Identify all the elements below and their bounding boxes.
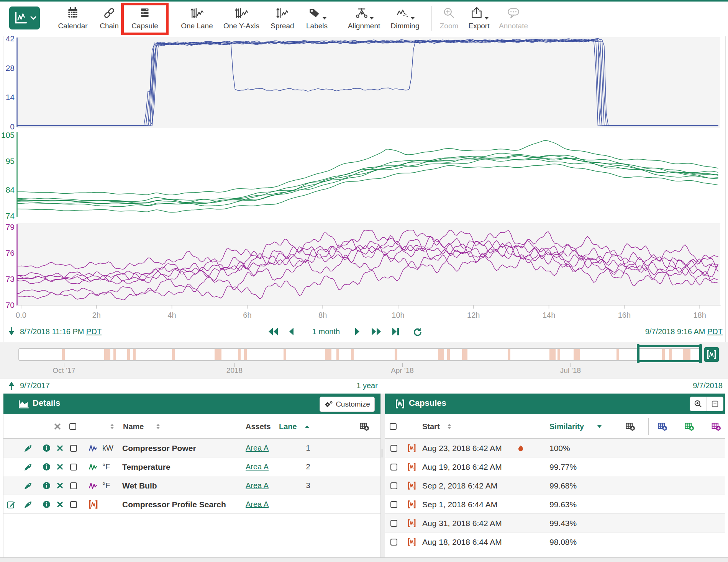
- add-column-button[interactable]: [626, 414, 635, 439]
- step-back-fast-button[interactable]: [267, 327, 279, 338]
- capsule-row[interactable]: Sep 1, 2018 6:44 AM 99.63%: [385, 495, 725, 514]
- svg-text:14h: 14h: [543, 311, 555, 319]
- step-forward-button[interactable]: [354, 327, 361, 338]
- toolbar-one-lane[interactable]: One Lane: [177, 5, 217, 34]
- asset-link[interactable]: Area A: [246, 444, 269, 453]
- table-row[interactable]: °F Wet Bulb Area A 3: [3, 476, 380, 495]
- column-assets[interactable]: Assets: [246, 414, 271, 439]
- range-start-timezone-link[interactable]: PDT: [86, 327, 102, 336]
- step-back-button[interactable]: [288, 327, 294, 338]
- table-row[interactable]: Compressor Profile Search Area A: [3, 495, 380, 514]
- capsule-row[interactable]: Aug 18, 2018 6:44 AM 98.08%: [385, 533, 725, 551]
- lane-compressor-power[interactable]: 4228140: [0, 36, 728, 131]
- capsule-row[interactable]: Aug 23, 2018 6:42 AM 100%: [385, 439, 725, 457]
- select-all-checkbox[interactable]: [390, 423, 397, 430]
- toolbar-calendar[interactable]: Calendar: [53, 5, 93, 34]
- row-checkbox[interactable]: [390, 520, 397, 527]
- investigate-duration: 1 year: [345, 381, 389, 390]
- remove-icon[interactable]: [57, 439, 63, 457]
- row-checkbox[interactable]: [390, 464, 397, 471]
- lane-temperature[interactable]: 105958474: [0, 131, 728, 221]
- rocket-icon[interactable]: [23, 476, 33, 495]
- column-name[interactable]: Name: [123, 414, 144, 439]
- step-forward-fast-button[interactable]: [371, 327, 382, 338]
- row-checkbox[interactable]: [70, 464, 77, 471]
- capsule-row[interactable]: Sep 2, 2018 6:42 AM 99.68%: [385, 476, 725, 495]
- selection-right-handle[interactable]: [699, 344, 702, 363]
- row-checkbox[interactable]: [390, 482, 397, 489]
- toolbar-one-y-axis[interactable]: One Y-Axis: [221, 5, 261, 34]
- capsule-row[interactable]: Aug 19, 2018 6:42 AM 99.77%: [385, 457, 725, 476]
- toolbar-chain[interactable]: Chain: [89, 5, 129, 34]
- asset-link[interactable]: Area A: [246, 500, 269, 509]
- rocket-icon[interactable]: [23, 457, 33, 476]
- remove-all-icon[interactable]: [54, 414, 61, 439]
- toolbar-alignment[interactable]: Alignment: [344, 5, 384, 34]
- capsule-occurrence-mark: [617, 349, 619, 360]
- row-checkbox[interactable]: [70, 482, 77, 489]
- timeline-selection[interactable]: [638, 345, 701, 362]
- info-icon[interactable]: [43, 495, 51, 514]
- row-checkbox[interactable]: [70, 501, 77, 508]
- asset-link[interactable]: Area A: [246, 462, 269, 471]
- row-checkbox[interactable]: [70, 445, 77, 452]
- range-end-timezone-link[interactable]: PDT: [707, 327, 723, 336]
- selection-left-handle[interactable]: [637, 344, 639, 363]
- info-icon[interactable]: [43, 476, 51, 495]
- row-checkbox[interactable]: [390, 501, 397, 508]
- column-start[interactable]: Start: [422, 414, 440, 439]
- sort-name-control[interactable]: [156, 414, 160, 439]
- column-similarity[interactable]: Similarity: [549, 414, 584, 439]
- column-lane[interactable]: Lane: [279, 414, 297, 439]
- remove-icon[interactable]: [57, 495, 63, 514]
- toolbar-annotate: Annotate: [494, 5, 533, 34]
- customize-label: Customize: [336, 400, 370, 408]
- toolbar-dimming[interactable]: Dimming: [385, 5, 425, 34]
- add-signal-column-purple-button[interactable]: [712, 414, 721, 439]
- trend-view-icon: [13, 10, 29, 26]
- zoom-to-capsule-button[interactable]: [690, 397, 707, 411]
- table-row[interactable]: kW Compressor Power Area A 1: [3, 439, 380, 457]
- lane-wet-bulb[interactable]: 79767370: [0, 221, 728, 308]
- add-signal-column-blue-button[interactable]: [658, 414, 667, 439]
- info-icon[interactable]: [43, 457, 51, 476]
- capsule-occurrence-mark: [438, 349, 444, 360]
- info-icon[interactable]: [43, 439, 51, 457]
- customize-button[interactable]: Customize: [320, 397, 375, 412]
- rocket-icon[interactable]: [23, 439, 33, 457]
- range-duration-label[interactable]: 1 month: [305, 327, 348, 336]
- row-checkbox[interactable]: [390, 445, 397, 452]
- edit-icon[interactable]: [7, 495, 16, 514]
- sort-type-control[interactable]: [110, 414, 114, 439]
- remove-icon[interactable]: [57, 457, 63, 476]
- toolbar-capsule[interactable]: Capsule: [125, 5, 165, 34]
- sort-lane-asc-icon[interactable]: [305, 414, 310, 439]
- toolbar-export[interactable]: Export: [459, 5, 499, 34]
- sort-start-control[interactable]: [447, 414, 451, 439]
- refresh-button[interactable]: [412, 327, 422, 338]
- capsule-similarity: 99.77%: [549, 457, 577, 476]
- collapse-button[interactable]: [707, 397, 724, 411]
- select-all-checkbox[interactable]: [69, 423, 76, 430]
- timeline-capsule-button[interactable]: [704, 347, 719, 362]
- rocket-icon[interactable]: [23, 495, 33, 514]
- worksheet-view-button[interactable]: [9, 7, 40, 29]
- row-checkbox[interactable]: [390, 539, 397, 546]
- add-signal-column-green-button[interactable]: [685, 414, 694, 439]
- add-column-button[interactable]: [360, 414, 369, 439]
- table-row[interactable]: °F Temperature Area A 2: [3, 457, 380, 476]
- toolbar-spread[interactable]: Spread: [262, 5, 302, 34]
- capsules-table-header: Start Similarity: [385, 414, 725, 439]
- panel-splitter[interactable]: [380, 394, 385, 557]
- investigate-timeline: Oct '172018Apr '18Jul '18: [0, 342, 728, 379]
- alignment-icon: [344, 6, 384, 21]
- sort-similarity-desc-icon[interactable]: [597, 414, 602, 439]
- timeline-bar[interactable]: [18, 348, 701, 361]
- toolbar: Calendar Chain Capsule: [0, 0, 728, 38]
- capsule-row[interactable]: Aug 31, 2018 6:42 AM 99.43%: [385, 514, 725, 533]
- toolbar-labels[interactable]: Labels: [297, 5, 337, 34]
- asset-link[interactable]: Area A: [246, 481, 269, 490]
- remove-icon[interactable]: [57, 476, 63, 495]
- svg-text:16h: 16h: [618, 311, 631, 319]
- step-to-end-button[interactable]: [392, 327, 400, 338]
